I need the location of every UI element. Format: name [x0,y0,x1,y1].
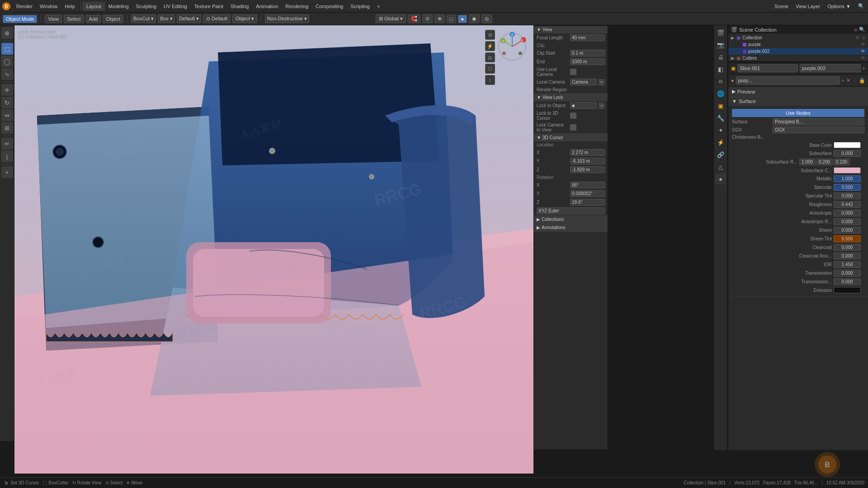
rotate-tool[interactable]: ↻ [1,97,13,108]
transform-tool[interactable]: ⊞ [1,122,13,134]
subsurface-r2[interactable]: 0.200 [816,159,833,165]
use-local-camera-checkbox[interactable] [570,69,576,75]
surface-shader-dropdown[interactable]: Principled B... [773,118,864,125]
lock-cursor-checkbox[interactable] [570,113,576,119]
use-nodes-btn[interactable]: Use Nodes [732,109,864,117]
outliner-search-icon[interactable]: 🔍 [859,27,865,33]
cursor-3d-header[interactable]: ▼ 3D Cursor [534,134,608,141]
clearcoat-value[interactable]: 0.000 [834,244,861,251]
menu-render[interactable]: Render [13,2,36,11]
purple-item[interactable]: purple 👁 [728,41,868,48]
menu-layout[interactable]: Layout [83,2,105,11]
viewport-overlay-btn[interactable]: ⬡ [485,64,495,74]
metallic-value[interactable]: 1.000 [834,175,861,182]
collection-select[interactable]: ⊙ [862,35,865,40]
subsurface-value[interactable]: 0.000 [834,150,861,157]
add-menu[interactable]: Add [86,15,101,23]
lock-camera-checkbox[interactable] [570,124,576,131]
modifier-props-icon[interactable]: 🔧 [715,113,726,123]
focal-length-input[interactable]: 40 mm [570,34,605,41]
camera-picker[interactable]: ✕ [599,79,605,85]
cursor-tool[interactable]: ⊕ [1,27,13,39]
preferences-btn[interactable]: Options ▼ [824,2,854,11]
transform-orientation[interactable]: Object ▾ [232,14,257,23]
search-icon[interactable]: 🔍 [858,3,864,9]
menu-window[interactable]: Window [36,2,61,11]
select-lasso-tool[interactable]: ∿ [1,68,13,80]
select-menu[interactable]: Select [64,15,84,23]
menu-scripting[interactable]: Scripting [347,2,373,11]
purple-visibility[interactable]: 👁 [861,42,865,47]
material-lock-btn[interactable]: 🔒 [859,78,865,84]
cutters-visibility[interactable]: 👁 [861,56,865,61]
cursor-z-input[interactable]: -1.829 m [570,166,605,173]
transform-dropdown[interactable]: BoxCut ▾ [131,14,156,23]
snap-dropdown[interactable]: Box ▾ [158,14,175,23]
measure-tool[interactable]: | [1,150,13,162]
material-options-btn[interactable]: ⋮ [852,78,857,84]
ior-value[interactable]: 1.450 [834,261,861,268]
add-tool[interactable]: + [1,166,13,178]
viewport-shading-solid[interactable]: ● [458,15,467,23]
physics-props-icon[interactable]: ⚡ [715,137,726,148]
specular-value[interactable]: 0.500 [834,184,861,191]
scene-name[interactable]: Scene [771,2,792,11]
modifier-dropdown[interactable]: Non-Destructive ▾ [265,14,309,23]
viewport-shading-render[interactable]: ◎ [481,14,492,23]
camera-input[interactable]: Camera [570,79,597,85]
world-props-icon[interactable]: 🌐 [715,88,726,99]
menu-sculpting[interactable]: Sculpting [132,2,160,11]
clearcoat-r-value[interactable]: 0.000 [834,253,861,259]
surface-header[interactable]: ▼ Surface [728,97,868,106]
particles-props-icon[interactable]: ✦ [715,125,726,136]
clip-end-input[interactable]: 1000 m [570,58,605,65]
scene-props-icon[interactable]: 🎬 [715,27,726,38]
lock-to-object-input[interactable]: ■ [570,102,597,109]
outliner-filter-icon[interactable]: ≡ [854,27,857,33]
collection-visibility[interactable]: 👁 [855,35,860,40]
material-slot-icon[interactable]: + [863,66,865,71]
sheen-value[interactable]: 0.000 [834,227,861,234]
viewport-toggle-btn[interactable]: ⊙ [485,30,495,40]
menu-uv-editing[interactable]: UV Editing [160,2,191,11]
collections-header[interactable]: ▶ Collections [534,216,608,223]
scene-props-icon2[interactable]: ⛭ [715,76,726,87]
base-color-swatch[interactable] [834,142,861,148]
view-layer-props-icon[interactable]: ◧ [715,64,726,75]
view-layer-name[interactable]: View Layer [792,2,824,11]
proportional-editing[interactable]: ⊕ [434,14,445,23]
menu-shading[interactable]: Shading [227,2,252,11]
purple002-visibility[interactable]: 👁 [861,49,865,54]
viewport-render-btn[interactable]: ⚡ [485,41,495,51]
sheen-tint-value[interactable]: 0.500 [834,235,861,242]
anisotropic-r-value[interactable]: 0.000 [834,218,861,225]
select-box-tool[interactable]: ⬚ [1,43,13,55]
subsurface-r1[interactable]: 1.000 [799,159,816,165]
view-menu[interactable]: View [45,15,62,23]
cursor-y-input[interactable]: -6.163 m [570,158,605,164]
material-add-btn[interactable]: + [842,78,844,83]
data-props-icon[interactable]: △ [715,161,726,172]
scale-tool[interactable]: ⇔ [1,109,13,121]
cursor-ry-input[interactable]: 0.000002° [570,190,605,197]
menu-compositing[interactable]: Compositing [312,2,347,11]
active-object-name[interactable]: Slice.001 [737,64,798,72]
annotate-tool[interactable]: ✏ [1,138,13,150]
roughness-value[interactable]: 0.442 [834,201,861,208]
annotations-header[interactable]: ▶ Annotations [534,224,608,231]
constraints-props-icon[interactable]: 🔗 [715,149,726,160]
clip-start-input[interactable]: 0.1 m [570,50,605,56]
snap-toggle[interactable]: 🧲 [408,14,420,23]
material-remove-btn[interactable]: ✕ [846,78,850,84]
transmission-value[interactable]: 0.000 [834,270,861,277]
subsurface-c-swatch[interactable] [834,167,861,174]
menu-help[interactable]: Help [61,2,79,11]
object-menu[interactable]: Object [103,15,123,23]
specular-tint-value[interactable]: 0.000 [834,192,861,199]
active-material-name[interactable]: purple.002 [800,64,860,72]
cursor-x-input[interactable]: 2.272 m [570,149,605,156]
object-props-icon[interactable]: ▣ [715,100,726,111]
select-circle-tool[interactable]: ◯ [1,56,13,67]
view-lock-header[interactable]: ▼ View Lock [534,94,608,101]
global-orientation[interactable]: ⊞ Global ▾ [376,14,406,23]
